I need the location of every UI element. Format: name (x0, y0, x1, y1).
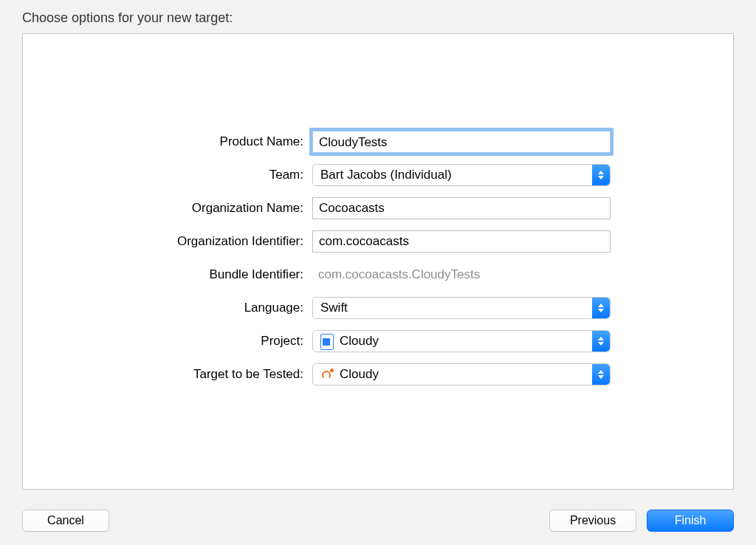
team-select-value: Bart Jacobs (Individual) (313, 168, 452, 182)
updown-icon (592, 165, 610, 185)
finish-button[interactable]: Finish (647, 510, 734, 532)
target-tested-select[interactable]: Cloudy (312, 363, 611, 385)
org-identifier-label: Organization Identifier: (23, 234, 312, 249)
project-label: Project: (23, 334, 312, 349)
page-title: Choose options for your new target: (0, 0, 756, 33)
product-name-field-wrap (312, 131, 611, 153)
target-options-form: Product Name: Team: Bart Jacobs (Individ… (23, 130, 733, 396)
updown-icon (592, 298, 610, 318)
dialog-footer: Cancel Previous Finish (22, 510, 734, 532)
language-label: Language: (23, 301, 312, 315)
cancel-button[interactable]: Cancel (22, 510, 109, 532)
team-label: Team: (23, 168, 312, 182)
xcodeproj-icon (320, 334, 334, 349)
language-select[interactable]: Swift (312, 297, 611, 319)
bundle-identifier-value: com.cocoacasts.CloudyTests (312, 264, 611, 286)
product-name-input[interactable] (312, 131, 611, 153)
language-select-value: Swift (313, 301, 348, 315)
updown-icon (592, 364, 610, 385)
project-select-value: Cloudy (340, 334, 379, 349)
org-name-input[interactable] (312, 197, 611, 219)
target-tested-select-value: Cloudy (340, 367, 379, 382)
org-identifier-input[interactable] (312, 230, 611, 253)
options-panel: Product Name: Team: Bart Jacobs (Individ… (22, 33, 734, 490)
app-target-icon (320, 368, 334, 381)
org-name-label: Organization Name: (23, 201, 312, 216)
updown-icon (592, 331, 610, 352)
product-name-label: Product Name: (23, 134, 312, 149)
previous-button[interactable]: Previous (549, 510, 636, 532)
team-select[interactable]: Bart Jacobs (Individual) (312, 164, 611, 186)
target-tested-label: Target to be Tested: (23, 367, 312, 382)
bundle-identifier-label: Bundle Identifier: (23, 267, 312, 282)
project-select[interactable]: Cloudy (312, 330, 611, 352)
